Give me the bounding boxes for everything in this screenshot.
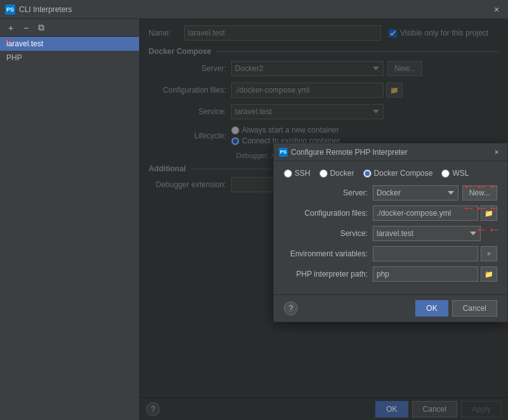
docker-option[interactable]: Docker [319,169,354,178]
title-bar: PS CLI Interpreters × [0,0,508,19]
modal-php-path-label: PHP interpreter path: [284,270,373,279]
main-layout: + − ⧉ laravel.test PHP → Name: Visibl [0,19,508,420]
configure-remote-interpreter-dialog: PS Configure Remote PHP Interpreter × SS… [273,143,508,322]
docker-compose-label: Docker Compose [374,169,433,178]
modal-env-vars-input[interactable] [373,246,478,261]
docker-label: Docker [330,169,354,178]
modal-env-vars-browse-button[interactable]: ≡ [481,246,497,261]
modal-service-select[interactable]: laravel.test [373,226,481,241]
ssh-label: SSH [295,169,311,178]
modal-bottom-bar: ? OK Cancel [274,294,507,322]
app-icon: PS [5,4,15,15]
modal-cancel-button[interactable]: Cancel [452,300,497,317]
add-interpreter-button[interactable]: + [4,21,18,35]
modal-env-vars-label: Environment variables: [284,249,373,258]
modal-server-label: Server: [284,188,373,197]
modal-service-label: Service: [284,229,373,238]
modal-config-files-label: Configuration files: [284,209,373,218]
modal-config-files-browse-button[interactable]: 📁 [481,206,497,221]
content-wrapper: Name: Visible only for this project Dock… [140,19,508,420]
modal-service-row: Service: laravel.test [284,226,497,241]
modal-server-row: Server: Docker New... [284,185,497,200]
copy-interpreter-button[interactable]: ⧉ [34,21,48,35]
wsl-option[interactable]: WSL [441,169,469,178]
window-close-button[interactable]: × [490,3,503,16]
modal-title: Configure Remote PHP Interpreter [291,148,491,157]
wsl-label: WSL [452,169,469,178]
sidebar-item-laravel[interactable]: laravel.test [0,37,139,51]
modal-new-server-button[interactable]: New... [462,185,497,200]
modal-body: SSH Docker Docker Compose WSL [274,161,507,294]
modal-overlay: PS Configure Remote PHP Interpreter × SS… [140,19,508,420]
sidebar-toolbar: + − ⧉ [0,19,139,37]
sidebar: + − ⧉ laravel.test PHP → [0,19,140,420]
sidebar-item-label: PHP [6,53,22,62]
ssh-option[interactable]: SSH [284,169,311,178]
window-title: CLI Interpreters [19,5,490,14]
modal-title-bar: PS Configure Remote PHP Interpreter × [274,143,507,161]
modal-app-icon: PS [279,148,288,157]
modal-config-files-row: Configuration files: 📁 [284,206,497,221]
modal-help-button[interactable]: ? [284,301,298,315]
interpreter-list: laravel.test PHP [0,37,139,420]
interpreter-type-row: SSH Docker Docker Compose WSL [284,169,497,178]
remove-interpreter-button[interactable]: − [19,21,33,35]
modal-php-path-browse-button[interactable]: 📁 [481,266,497,282]
modal-env-vars-row: Environment variables: ≡ [284,246,497,261]
sidebar-item-php[interactable]: PHP [0,51,139,65]
modal-config-files-input[interactable] [373,206,478,221]
docker-compose-option[interactable]: Docker Compose [363,169,433,178]
sidebar-item-label: laravel.test [6,39,43,48]
modal-php-path-input[interactable] [373,266,478,282]
modal-php-path-row: PHP interpreter path: 📁 [284,266,497,282]
modal-close-button[interactable]: × [491,147,502,158]
modal-ok-button[interactable]: OK [415,300,448,317]
modal-server-select[interactable]: Docker [373,185,458,200]
